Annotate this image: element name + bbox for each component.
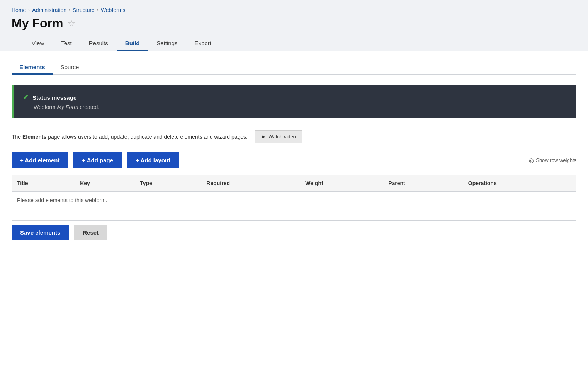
- table-col-parent: Parent: [383, 175, 463, 192]
- status-message-box: ✔ Status message Webform My Form created…: [12, 85, 576, 118]
- elements-desc-text: The Elements page allows users to add, u…: [12, 134, 248, 140]
- secondary-tab-elements[interactable]: Elements: [12, 61, 53, 75]
- breadcrumb: Home › Administration › Structure › Webf…: [12, 7, 576, 13]
- primary-tab-build[interactable]: Build: [117, 36, 148, 51]
- content-area: ElementsSource ✔ Status message Webform …: [0, 51, 588, 252]
- add-layout-button[interactable]: + Add layout: [127, 152, 179, 168]
- breadcrumb-webforms[interactable]: Webforms: [101, 7, 126, 13]
- elements-description: The Elements page allows users to add, u…: [12, 130, 576, 143]
- show-row-weights[interactable]: ◎ Show row weights: [529, 157, 576, 164]
- top-area: Home › Administration › Structure › Webf…: [0, 0, 588, 51]
- breadcrumb-home[interactable]: Home: [12, 7, 26, 13]
- primary-tab-test[interactable]: Test: [53, 36, 80, 51]
- status-body-prefix: Webform: [34, 104, 57, 110]
- elements-table: TitleKeyTypeRequiredWeightParentOperatio…: [12, 175, 576, 209]
- table-col-weight: Weight: [300, 175, 383, 192]
- breadcrumb-sep-1: ›: [28, 7, 30, 13]
- page-title: My Form: [12, 16, 63, 31]
- table-col-key: Key: [75, 175, 134, 192]
- table-header: TitleKeyTypeRequiredWeightParentOperatio…: [12, 175, 576, 192]
- elements-bold: Elements: [22, 134, 46, 140]
- status-message-heading: Status message: [32, 94, 76, 101]
- table-body: Please add elements to this webform.: [12, 191, 576, 209]
- watch-video-button[interactable]: ► Watch video: [255, 130, 302, 143]
- status-message-body: Webform My Form created.: [34, 104, 567, 110]
- primary-tab-settings[interactable]: Settings: [148, 36, 186, 51]
- add-page-button[interactable]: + Add page: [73, 152, 122, 168]
- status-message-title: ✔ Status message: [23, 93, 567, 102]
- show-row-weights-label: Show row weights: [536, 157, 576, 163]
- bottom-buttons: Save elements Reset: [12, 220, 576, 240]
- status-body-form-name: My Form: [57, 104, 78, 110]
- table-empty-message: Please add elements to this webform.: [12, 191, 576, 209]
- page-title-row: My Form ☆: [12, 16, 576, 31]
- status-body-suffix: created.: [78, 104, 99, 110]
- watch-video-icon: ►: [261, 134, 266, 140]
- breadcrumb-sep-3: ›: [97, 7, 99, 13]
- secondary-tab-source[interactable]: Source: [53, 61, 87, 75]
- primary-tab-results[interactable]: Results: [80, 36, 117, 51]
- save-elements-button[interactable]: Save elements: [12, 225, 69, 240]
- reset-button[interactable]: Reset: [74, 225, 107, 240]
- table-col-title: Title: [12, 175, 75, 192]
- action-buttons-row: + Add element + Add page + Add layout ◎ …: [12, 152, 576, 168]
- secondary-tabs: ElementsSource: [12, 61, 576, 75]
- table-col-operations: Operations: [463, 175, 576, 192]
- table-col-type: Type: [134, 175, 201, 192]
- breadcrumb-structure[interactable]: Structure: [73, 7, 95, 13]
- page-wrapper: Home › Administration › Structure › Webf…: [0, 0, 588, 378]
- primary-tabs: ViewTestResultsBuildSettingsExport: [12, 36, 576, 51]
- breadcrumb-sep-2: ›: [69, 7, 70, 13]
- primary-tab-export[interactable]: Export: [186, 36, 220, 51]
- table-col-required: Required: [201, 175, 300, 192]
- eye-icon: ◎: [529, 157, 534, 164]
- add-element-button[interactable]: + Add element: [12, 152, 68, 168]
- breadcrumb-administration[interactable]: Administration: [32, 7, 66, 13]
- primary-tab-view[interactable]: View: [23, 36, 53, 51]
- check-icon: ✔: [23, 93, 29, 102]
- favorite-star-icon[interactable]: ☆: [68, 18, 75, 29]
- watch-video-label: Watch video: [269, 134, 296, 140]
- table-header-row: TitleKeyTypeRequiredWeightParentOperatio…: [12, 175, 576, 192]
- table-row: Please add elements to this webform.: [12, 191, 576, 209]
